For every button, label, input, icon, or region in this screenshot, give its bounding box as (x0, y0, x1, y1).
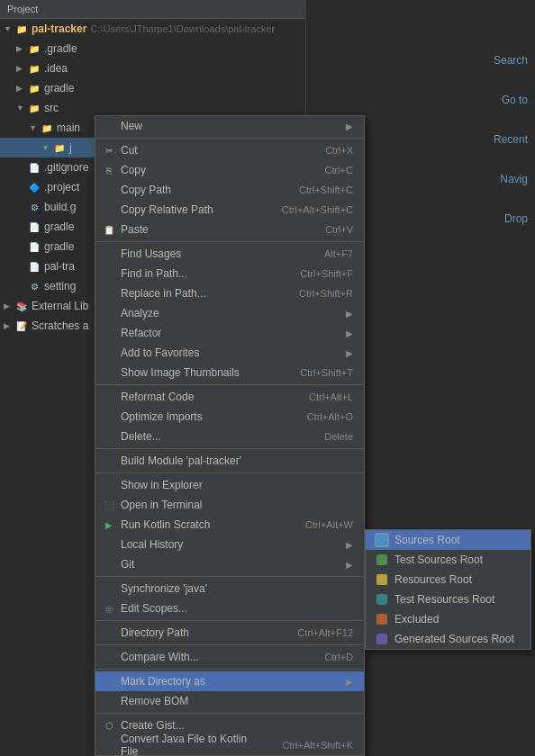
resources-root-icon (375, 572, 389, 587)
menu-shortcut-replace-in-path: Ctrl+Shift+R (299, 288, 353, 299)
tree-arrow-gradle2: ▶ (16, 84, 27, 93)
menu-label-cut: Cut (121, 144, 138, 157)
submenu-item-excluded[interactable]: Excluded (366, 609, 530, 629)
menu-item-build-module[interactable]: Build Module 'pal-tracker' (95, 451, 364, 471)
tree-arrow-src: ▼ (16, 104, 27, 112)
menu-item-new[interactable]: New ▶ (95, 116, 364, 136)
menu-item-open-terminal[interactable]: ⬛ Open in Terminal (95, 495, 364, 515)
menu-item-find-in-path[interactable]: Find in Path... Ctrl+Shift+F (95, 264, 364, 284)
menu-item-analyze[interactable]: Analyze ▶ (95, 303, 364, 323)
menu-item-copy[interactable]: ⎘ Copy Ctrl+C (95, 160, 364, 180)
icon-scratches: 📝 (14, 319, 29, 333)
file-icon-gitignore: 📄 (27, 160, 41, 175)
folder-icon-src: 📁 (27, 101, 41, 115)
action-recent[interactable]: Recent (494, 133, 528, 146)
menu-label-add-favorites: Add to Favorites (121, 346, 199, 359)
menu-item-show-image[interactable]: Show Image Thumbnails Ctrl+Shift+T (95, 363, 364, 382)
action-search[interactable]: Search (494, 54, 528, 67)
action-goto[interactable]: Go to (502, 94, 528, 106)
menu-item-delete[interactable]: Delete... Delete (95, 427, 364, 446)
menu-shortcut-delete: Delete (324, 431, 353, 442)
menu-item-synchronize[interactable]: Synchronize 'java' (95, 579, 364, 598)
menu-label-run-kotlin: Run Kotlin Scratch (121, 518, 210, 531)
menu-item-directory-path[interactable]: Directory Path Ctrl+Alt+F12 (95, 623, 364, 643)
menu-item-remove-bom[interactable]: Remove BOM (95, 691, 364, 711)
tree-label-idea: .idea (44, 62, 68, 75)
menu-sep-4 (95, 448, 364, 449)
tree-item-idea[interactable]: ▶ 📁 .idea (0, 58, 305, 78)
cut-icon: ✂ (103, 144, 115, 157)
action-navigate[interactable]: Navig (500, 173, 528, 185)
menu-label-show-explorer: Show in Explorer (121, 479, 203, 491)
menu-item-show-explorer[interactable]: Show in Explorer (95, 475, 364, 495)
copy-icon: ⎘ (103, 164, 115, 176)
tree-label-scratches: Scratches a (32, 320, 88, 332)
menu-item-run-kotlin[interactable]: ▶ Run Kotlin Scratch Ctrl+Alt+W (95, 515, 364, 535)
menu-sep-10 (95, 713, 364, 714)
test-sources-root-icon (375, 553, 389, 567)
menu-item-replace-in-path[interactable]: Replace in Path... Ctrl+Shift+R (95, 284, 364, 303)
submenu-label-resources-root: Resources Root (394, 573, 472, 586)
tree-item-gradle[interactable]: ▶ 📁 gradle (0, 78, 305, 98)
tree-label-project: .project (44, 181, 79, 194)
menu-item-add-favorites[interactable]: Add to Favorites ▶ (95, 343, 364, 363)
github-icon: ⬡ (103, 719, 115, 732)
menu-item-git[interactable]: Git ▶ (95, 554, 364, 574)
submenu-item-generated-sources-root[interactable]: Generated Sources Root (366, 629, 530, 649)
file-icon-project: 🔷 (27, 180, 41, 194)
submenu-item-resources-root[interactable]: Resources Root (366, 570, 530, 590)
menu-item-mark-directory[interactable]: Mark Directory as ▶ (95, 671, 364, 691)
menu-shortcut-paste: Ctrl+V (325, 224, 353, 235)
menu-item-convert-java[interactable]: Convert Java File to Kotlin File Ctrl+Al… (95, 735, 364, 755)
menu-label-optimize: Optimize Imports (121, 410, 203, 423)
menu-item-edit-scopes[interactable]: ◎ Edit Scopes... (95, 598, 364, 618)
menu-item-copy-path[interactable]: Copy Path Ctrl+Shift+C (95, 180, 364, 200)
menu-sep-6 (95, 576, 364, 577)
menu-sep-5 (95, 472, 364, 473)
file-icon-paltra: 📄 (27, 259, 41, 274)
submenu-item-test-sources-root[interactable]: Test Sources Root (366, 550, 530, 570)
tree-item-gradle-hidden[interactable]: ▶ 📁 .gradle (0, 39, 305, 58)
project-title: Project (7, 4, 38, 14)
menu-arrow-add-favorites: ▶ (346, 348, 353, 358)
svg-rect-3 (376, 594, 387, 605)
tree-label-build: build.g (44, 201, 76, 213)
tree-arrow-gradle: ▶ (16, 44, 27, 53)
svg-rect-4 (376, 614, 387, 625)
tree-arrow-main: ▼ (29, 123, 40, 132)
menu-label-edit-scopes: Edit Scopes... (121, 602, 187, 615)
tree-label-gradlew: gradle (44, 220, 74, 233)
tree-arrow-root: ▼ (4, 24, 14, 33)
menu-shortcut-optimize: Ctrl+Alt+O (307, 411, 353, 422)
svg-rect-0 (376, 535, 387, 545)
submenu-item-test-resources-root[interactable]: Test Resources Root (366, 590, 530, 609)
menu-item-local-history[interactable]: Local History ▶ (95, 535, 364, 554)
menu-item-cut[interactable]: ✂ Cut Ctrl+X (95, 140, 364, 160)
menu-item-optimize[interactable]: Optimize Imports Ctrl+Alt+O (95, 407, 364, 427)
menu-label-build-module: Build Module 'pal-tracker' (121, 454, 241, 467)
menu-sep-3 (95, 384, 364, 385)
menu-shortcut-find-in-path: Ctrl+Shift+F (300, 268, 353, 279)
action-drop[interactable]: Drop (504, 212, 528, 225)
tree-arrow-idea: ▶ (16, 64, 27, 73)
submenu-item-sources-root[interactable]: Sources Root (366, 530, 530, 550)
folder-icon-gradle-hidden: 📁 (27, 41, 41, 56)
menu-label-show-image: Show Image Thumbnails (121, 366, 240, 379)
menu-item-find-usages[interactable]: Find Usages Alt+F7 (95, 244, 364, 264)
menu-item-compare-with[interactable]: Compare With... Ctrl+D (95, 647, 364, 667)
menu-label-remove-bom: Remove BOM (121, 695, 188, 707)
file-icon-gradlew: 📄 (27, 220, 41, 234)
menu-shortcut-copy-relative: Ctrl+Alt+Shift+C (282, 204, 353, 215)
menu-label-mark-directory: Mark Directory as (121, 675, 205, 688)
menu-item-reformat[interactable]: Reformat Code Ctrl+Alt+L (95, 387, 364, 407)
menu-item-copy-relative[interactable]: Copy Relative Path Ctrl+Alt+Shift+C (95, 200, 364, 220)
tree-item-root[interactable]: ▼ 📁 pal-tracker C:\Users\JTharpe1\Downlo… (0, 19, 305, 39)
tree-label-paltra: pal-tra (44, 260, 75, 273)
menu-item-refactor[interactable]: Refactor ▶ (95, 323, 364, 343)
menu-item-paste[interactable]: 📋 Paste Ctrl+V (95, 220, 364, 239)
menu-sep-7 (95, 620, 364, 621)
tree-header: Project (0, 0, 305, 19)
run-icon: ▶ (103, 518, 115, 531)
sources-root-icon (375, 533, 389, 547)
file-icon-settings: ⚙ (27, 279, 41, 293)
